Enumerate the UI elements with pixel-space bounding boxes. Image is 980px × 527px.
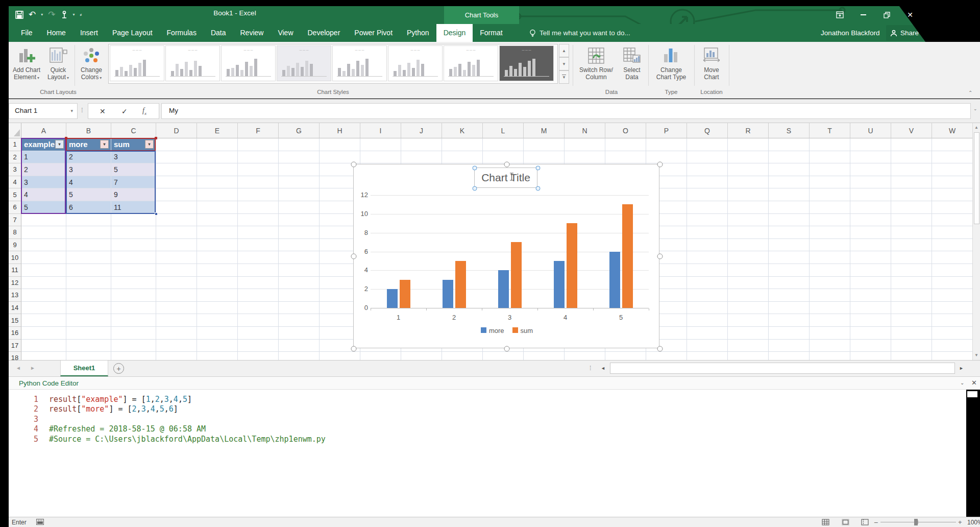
save-icon[interactable] (15, 11, 23, 19)
tab-formulas[interactable]: Formulas (160, 24, 204, 42)
column-header-J[interactable]: J (401, 123, 442, 138)
column-header-R[interactable]: R (728, 123, 769, 138)
row-header-3[interactable]: 3 (9, 163, 21, 176)
zoom-out-icon[interactable]: − (874, 518, 878, 526)
python-editor-header[interactable]: Python Code Editor ⌄ ✕ (9, 376, 980, 390)
embedded-chart[interactable]: 02468101212345moresumChart Title (353, 164, 659, 348)
zoom-slider-track[interactable] (880, 522, 956, 522)
chart-style-thumbnail-5[interactable]: — — — (332, 45, 387, 81)
sheet-nav-right-icon[interactable]: ► (30, 365, 35, 371)
expand-formula-bar-icon[interactable]: ⌄ (973, 106, 977, 111)
row-header-18[interactable]: 18 (9, 352, 21, 360)
column-header-L[interactable]: L (483, 123, 524, 138)
add-chart-element-button[interactable]: Add Chart Element▾ (10, 44, 43, 86)
column-header-E[interactable]: E (197, 123, 238, 138)
chart-selection-handle[interactable] (351, 162, 357, 167)
tab-review[interactable]: Review (233, 24, 271, 42)
row-header-4[interactable]: 4 (9, 176, 21, 189)
bar-sum-2[interactable] (455, 261, 466, 308)
row-header-7[interactable]: 7 (9, 214, 21, 227)
ribbon-display-options-icon[interactable] (828, 7, 851, 22)
chart-selection-handle[interactable] (504, 162, 510, 167)
code-line-4[interactable]: 4#Refreshed = 2018-58-15 @ 06:58 AM (9, 424, 966, 435)
column-header-O[interactable]: O (605, 123, 646, 138)
touch-mode-icon[interactable] (61, 11, 68, 19)
tab-insert[interactable]: Insert (73, 24, 105, 42)
name-box-dropdown-icon[interactable]: ▾ (70, 108, 73, 113)
chart-style-thumbnail-6[interactable]: — — — (388, 45, 443, 81)
macro-record-icon[interactable] (36, 519, 44, 525)
bar-more-4[interactable] (554, 261, 565, 308)
formula-input[interactable]: My (161, 103, 971, 119)
minimize-button[interactable] (851, 7, 875, 22)
python-editor-collapse-icon[interactable]: ⌄ (960, 380, 964, 386)
tab-file[interactable]: File (14, 24, 40, 42)
column-header-A[interactable]: A (21, 123, 66, 138)
column-header-D[interactable]: D (156, 123, 197, 138)
chart-style-thumbnail-2[interactable]: — — — (165, 45, 220, 81)
chart-selection-handle[interactable] (657, 346, 663, 352)
column-header-Q[interactable]: Q (687, 123, 728, 138)
chart-selection-handle[interactable] (351, 346, 357, 352)
bar-sum-1[interactable] (400, 280, 410, 308)
row-header-6[interactable]: 6 (9, 201, 21, 214)
chart-style-thumbnail-1[interactable]: — — — (110, 45, 164, 81)
legend-item-sum[interactable]: sum (512, 327, 533, 334)
column-header-K[interactable]: K (442, 123, 483, 138)
fill-handle[interactable] (155, 212, 158, 215)
title-selection-handle[interactable] (473, 166, 477, 171)
horizontal-scrollbar-thumb[interactable] (610, 363, 955, 374)
row-header-8[interactable]: 8 (9, 226, 21, 239)
chart-selection-handle[interactable] (657, 162, 663, 167)
vscroll-up-icon[interactable]: ▲ (974, 125, 979, 130)
bar-more-3[interactable] (498, 270, 509, 308)
restore-button[interactable] (875, 7, 898, 22)
vscroll-down-icon[interactable]: ▼ (974, 353, 979, 357)
row-header-12[interactable]: 12 (9, 277, 21, 290)
select-data-button[interactable]: Select Data (617, 44, 647, 86)
title-selection-handle[interactable] (536, 166, 541, 171)
undo-dropdown-icon[interactable]: ▾ (41, 12, 43, 17)
tab-python[interactable]: Python (400, 24, 436, 42)
tab-page-layout[interactable]: Page Layout (105, 24, 160, 42)
select-all-corner[interactable] (9, 123, 21, 138)
hscroll-right-icon[interactable]: ► (959, 366, 964, 371)
hscroll-left-icon[interactable]: ◄ (601, 366, 605, 371)
zoom-level[interactable]: 100% (967, 519, 980, 526)
row-header-13[interactable]: 13 (9, 289, 21, 302)
column-header-T[interactable]: T (810, 123, 850, 138)
code-line-3[interactable]: 3 (9, 415, 966, 425)
python-code-area[interactable]: 1result["example"] = [1,2,3,4,5]2result[… (9, 390, 966, 517)
column-header-V[interactable]: V (891, 123, 932, 138)
worksheet-grid[interactable]: ABCDEFGHIJKLMNOPQRSTUVW12345678910111213… (9, 123, 980, 360)
quick-layout-button[interactable]: Quick Layout▾ (43, 44, 73, 86)
gallery-scroll-down-icon[interactable]: ▼ (559, 57, 569, 70)
redo-icon[interactable]: ↷ (48, 10, 55, 19)
column-header-M[interactable]: M (524, 123, 565, 138)
gallery-more-icon[interactable]: ▼ (559, 70, 569, 84)
tab-data[interactable]: Data (204, 24, 233, 42)
chart-title-box[interactable]: Chart Title (474, 167, 537, 188)
page-layout-view-icon[interactable] (842, 519, 849, 525)
title-selection-handle[interactable] (473, 186, 477, 191)
customize-qat-icon[interactable]: ⸗ (80, 12, 82, 17)
chart-style-thumbnail-3[interactable]: — — — (221, 45, 276, 81)
bar-more-5[interactable] (609, 252, 620, 308)
sheet-tab-sheet1[interactable]: Sheet1 (60, 361, 108, 376)
bar-sum-5[interactable] (622, 204, 633, 308)
close-button[interactable]: ✕ (898, 7, 922, 22)
row-header-11[interactable]: 11 (9, 264, 21, 277)
python-editor-close-icon[interactable]: ✕ (971, 379, 977, 387)
account-name[interactable]: Jonathon Blackford (821, 24, 880, 42)
column-header-S[interactable]: S (769, 123, 810, 138)
cancel-icon[interactable]: ✕ (100, 107, 106, 115)
selection-corner-handle[interactable] (65, 137, 67, 139)
chart-selection-handle[interactable] (657, 254, 663, 259)
name-box-resize-handle[interactable]: ⁞ (81, 106, 83, 114)
tab-view[interactable]: View (271, 24, 300, 42)
row-header-10[interactable]: 10 (9, 251, 21, 264)
legend-item-more[interactable]: more (481, 327, 504, 334)
chart-style-thumbnail-7[interactable]: — — — (444, 45, 498, 81)
row-header-9[interactable]: 9 (9, 239, 21, 252)
new-sheet-button[interactable]: + (113, 363, 124, 374)
